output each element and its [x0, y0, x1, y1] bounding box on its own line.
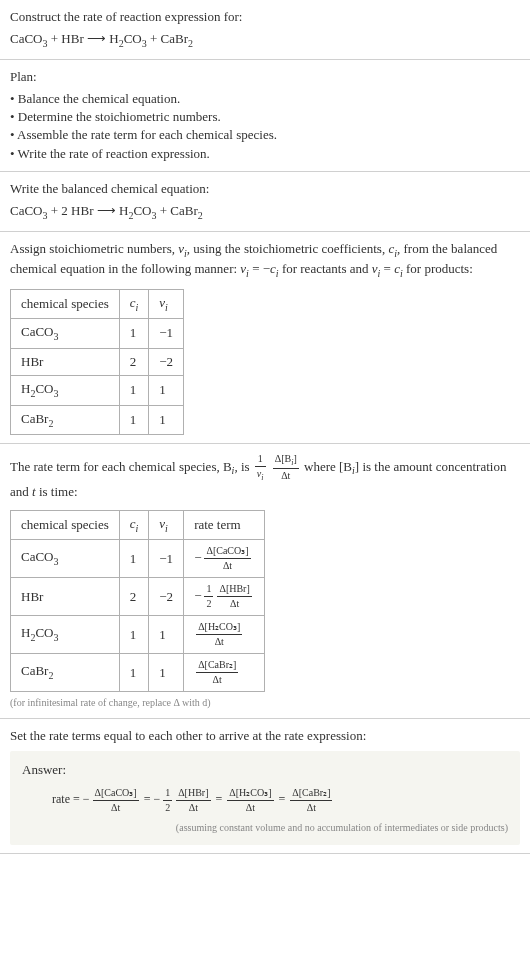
fraction-coef: 12	[204, 582, 213, 611]
species: H	[21, 381, 30, 396]
cell-species: H2CO3	[11, 616, 120, 654]
subscript: i	[136, 301, 139, 312]
fraction: 1 νi	[255, 452, 266, 483]
text: Assign stoichiometric numbers,	[10, 241, 178, 256]
plus: + HBr	[48, 31, 87, 46]
text: where [B	[304, 459, 352, 474]
cell-c: 1	[119, 654, 149, 692]
minus-sign: −	[83, 792, 90, 806]
cell-nu: −1	[149, 540, 184, 578]
cell-c: 1	[119, 376, 149, 406]
cell-species: HBr	[11, 348, 120, 375]
table-header-row: chemical species ci νi rate term	[11, 510, 265, 540]
numerator: Δ[CaBr₂]	[196, 658, 238, 673]
col-nu: νi	[149, 289, 184, 319]
species: HBr	[21, 589, 43, 604]
numerator: Δ[CaCO₃]	[204, 544, 250, 559]
stoich-table: chemical species ci νi CaCO3 1 −1 HBr 2 …	[10, 289, 184, 436]
cell-nu: −1	[149, 319, 184, 349]
plus: + CaBr	[156, 203, 197, 218]
plan-title: Plan:	[10, 68, 520, 86]
fraction: Δ[HBr]Δt	[217, 582, 251, 611]
denominator: 2	[163, 801, 172, 815]
fraction: Δ[H₂CO₃]Δt	[196, 620, 242, 649]
numerator: 1	[255, 452, 266, 467]
arrow-icon: ⟶	[97, 203, 116, 218]
species: H	[106, 31, 119, 46]
subscript: i	[165, 301, 168, 312]
denominator: Δt	[204, 559, 250, 573]
denominator: Δt	[227, 801, 273, 815]
text: Δ[B	[275, 453, 291, 464]
species: CO	[133, 203, 151, 218]
fraction: Δ[CaCO₃]Δt	[204, 544, 250, 573]
table-row: CaBr2 1 1	[11, 405, 184, 435]
cell-species: H2CO3	[11, 376, 120, 406]
plus: + CaBr	[147, 31, 188, 46]
text: The rate term for each chemical species,…	[10, 459, 232, 474]
subscript: 3	[54, 556, 59, 567]
species: H	[21, 625, 30, 640]
subscript: 2	[48, 670, 53, 681]
species: CaCO	[21, 549, 54, 564]
plan-item: Assemble the rate term for each chemical…	[10, 126, 520, 144]
fraction: Δ[CaBr₂]Δt	[196, 658, 238, 687]
text: for reactants and	[279, 261, 372, 276]
balanced-equation: CaCO3 + 2 HBr ⟶ H2CO3 + CaBr2	[10, 202, 520, 223]
denominator: Δt	[93, 801, 139, 815]
numerator: 1	[204, 582, 213, 597]
numerator: Δ[H₂CO₃]	[227, 786, 273, 801]
plan-item: Write the rate of reaction expression.	[10, 145, 520, 163]
answer-equation: rate = −Δ[CaCO₃]Δt = −12Δ[HBr]Δt = Δ[H₂C…	[52, 786, 508, 815]
balanced-section: Write the balanced chemical equation: Ca…	[0, 172, 530, 232]
cell-rate-term: −12Δ[HBr]Δt	[184, 578, 265, 616]
cell-rate-term: Δ[H₂CO₃]Δt	[184, 616, 265, 654]
fraction: Δ[HBr]Δt	[176, 786, 210, 815]
denominator: Δt	[196, 673, 238, 687]
col-c: ci	[119, 510, 149, 540]
fraction: Δ[Bi] Δt	[273, 452, 299, 483]
cell-species: CaCO3	[11, 540, 120, 578]
table-row: CaCO3 1 −1	[11, 319, 184, 349]
rate-term-text: The rate term for each chemical species,…	[10, 452, 520, 501]
cell-rate-term: −Δ[CaCO₃]Δt	[184, 540, 265, 578]
species: HBr	[21, 354, 43, 369]
answer-title: Set the rate terms equal to each other t…	[10, 727, 520, 745]
species: CaCO	[10, 31, 43, 46]
cell-species: CaCO3	[11, 319, 120, 349]
text: for products:	[403, 261, 473, 276]
problem-prompt: Construct the rate of reaction expressio…	[10, 8, 520, 26]
numerator: Δ[Bi]	[273, 452, 299, 469]
numerator: Δ[HBr]	[217, 582, 251, 597]
species: CO	[35, 381, 53, 396]
plan-list: Balance the chemical equation. Determine…	[10, 90, 520, 163]
numerator: Δ[H₂CO₃]	[196, 620, 242, 635]
cell-c: 1	[119, 616, 149, 654]
fraction: Δ[H₂CO₃]Δt	[227, 786, 273, 815]
species: CaBr	[21, 663, 48, 678]
numerator: Δ[CaBr₂]	[290, 786, 332, 801]
denominator: Δt	[273, 469, 299, 483]
subscript: 2	[198, 210, 203, 221]
answer-label: Answer:	[22, 761, 508, 779]
denominator: 2	[204, 597, 213, 611]
rate-label: rate =	[52, 792, 83, 806]
subscript: i	[165, 522, 168, 533]
text: , using the stoichiometric coefficients,	[187, 241, 389, 256]
table-row: CaCO3 1 −1 −Δ[CaCO₃]Δt	[11, 540, 265, 578]
minus-sign: −	[194, 588, 201, 603]
cell-c: 1	[119, 405, 149, 435]
balanced-title: Write the balanced chemical equation:	[10, 180, 520, 198]
unbalanced-equation: CaCO3 + HBr ⟶ H2CO3 + CaBr2	[10, 30, 520, 51]
subscript: i	[136, 522, 139, 533]
subscript: 3	[53, 632, 58, 643]
subscript: i	[261, 473, 263, 482]
cell-rate-term: Δ[CaBr₂]Δt	[184, 654, 265, 692]
denominator: Δt	[217, 597, 251, 611]
minus-sign: −	[153, 792, 160, 806]
cell-c: 1	[119, 319, 149, 349]
species: CaCO	[10, 203, 43, 218]
denominator: νi	[255, 467, 266, 483]
cell-species: HBr	[11, 578, 120, 616]
col-species: chemical species	[11, 510, 120, 540]
